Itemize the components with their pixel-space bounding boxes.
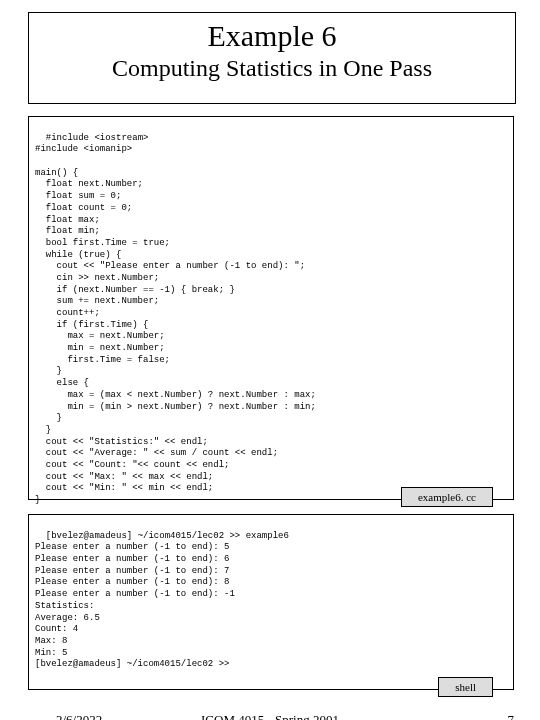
slide-subtitle: Computing Statistics in One Pass [29, 55, 515, 82]
slide-title: Example 6 [29, 19, 515, 53]
source-code-text: #include <iostream> #include <iomanip> m… [35, 133, 316, 505]
code-listing-source: #include <iostream> #include <iomanip> m… [28, 116, 514, 500]
footer-page-number: 7 [508, 712, 515, 720]
output-tag: shell [438, 677, 493, 697]
shell-output-text: [bvelez@amadeus] ~/icom4015/lec02 >> exa… [35, 531, 289, 670]
source-tag: example6. cc [401, 487, 493, 507]
code-listing-output: [bvelez@amadeus] ~/icom4015/lec02 >> exa… [28, 514, 514, 690]
footer-center: ICOM 4015 - Spring 2001 [0, 712, 540, 720]
title-frame: Example 6 Computing Statistics in One Pa… [28, 12, 516, 104]
